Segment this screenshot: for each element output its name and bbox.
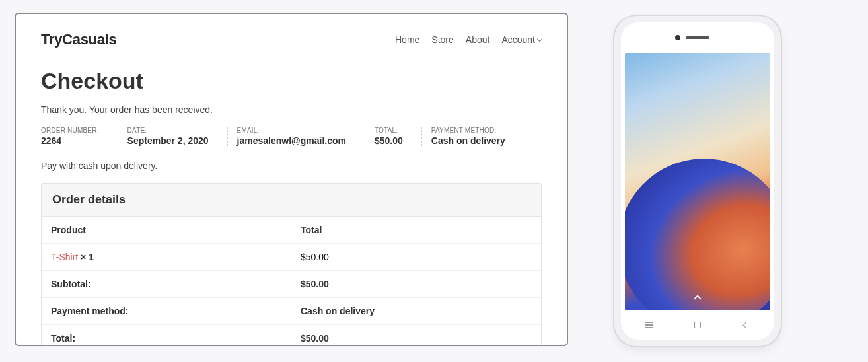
payment-label: Payment method:	[42, 298, 291, 325]
pay-note: Pay with cash upon delivery.	[41, 161, 542, 171]
thankyou-message: Thank you. Your order has been received.	[41, 104, 542, 115]
chevron-up-icon[interactable]	[694, 295, 701, 302]
product-link[interactable]: T-Shirt	[51, 252, 78, 262]
meta-date-label: DATE:	[127, 127, 209, 134]
order-meta: ORDER NUMBER: 2264 DATE: September 2, 20…	[41, 127, 542, 146]
total-value: $50.00	[291, 325, 541, 347]
meta-payment-method-label: PAYMENT METHOD:	[431, 127, 505, 134]
meta-total: TOTAL: $50.00	[375, 127, 422, 146]
meta-date-value: September 2, 2020	[127, 135, 209, 146]
home-icon[interactable]	[693, 320, 702, 330]
nav-account-label: Account	[501, 34, 535, 45]
order-details-panel: Order details Product Total T-Shirt × 1 …	[41, 183, 542, 346]
table-row-total: Total: $50.00	[42, 325, 541, 347]
speaker-icon	[686, 36, 709, 39]
site-title[interactable]: TryCasuals	[41, 31, 116, 48]
subtotal-value: $50.00	[291, 271, 541, 298]
table-row-payment: Payment method: Cash on delivery	[42, 298, 541, 325]
payment-value: Cash on delivery	[291, 298, 541, 325]
meta-order-number-value: 2264	[41, 135, 99, 146]
meta-email-value: jamesalenwl@gmail.com	[237, 135, 346, 146]
table-header-row: Product Total	[42, 217, 541, 244]
back-icon[interactable]	[741, 320, 750, 330]
phone-screen[interactable]	[625, 53, 770, 310]
subtotal-label: Subtotal:	[42, 271, 291, 298]
product-total-cell: $50.00	[291, 244, 541, 271]
meta-payment-method-value: Cash on delivery	[431, 135, 505, 146]
meta-total-value: $50.00	[375, 135, 403, 146]
product-qty: × 1	[78, 252, 94, 262]
meta-email: EMAIL: jamesalenwl@gmail.com	[237, 127, 365, 146]
col-product-header: Product	[42, 217, 291, 244]
meta-email-label: EMAIL:	[237, 127, 346, 134]
nav-account[interactable]: Account	[501, 34, 542, 45]
chevron-down-icon	[537, 36, 542, 42]
total-label: Total:	[42, 325, 291, 347]
menu-icon[interactable]	[645, 320, 654, 330]
table-row-product: T-Shirt × 1 $50.00	[42, 244, 541, 271]
meta-payment-method: PAYMENT METHOD: Cash on delivery	[431, 127, 524, 146]
page-title: Checkout	[41, 68, 542, 94]
meta-order-number-label: ORDER NUMBER:	[41, 127, 99, 134]
meta-total-label: TOTAL:	[375, 127, 403, 134]
nav-home[interactable]: Home	[395, 34, 419, 45]
table-row-subtotal: Subtotal: $50.00	[42, 271, 541, 298]
phone-top-bezel	[621, 22, 774, 53]
col-total-header: Total	[291, 217, 541, 244]
phone-mockup	[614, 16, 781, 346]
checkout-window: TryCasuals Home Store About Account Chec…	[15, 13, 568, 346]
product-cell: T-Shirt × 1	[42, 244, 291, 271]
main-nav: Home Store About Account	[395, 34, 542, 45]
nav-store[interactable]: Store	[431, 34, 453, 45]
camera-icon	[675, 35, 680, 40]
phone-nav-bar	[625, 310, 770, 340]
order-details-table: Product Total T-Shirt × 1 $50.00 Subtota…	[42, 217, 541, 346]
meta-date: DATE: September 2, 2020	[127, 127, 228, 146]
order-details-heading: Order details	[42, 184, 541, 217]
meta-order-number: ORDER NUMBER: 2264	[41, 127, 118, 146]
nav-about[interactable]: About	[466, 34, 490, 45]
phone-inner	[621, 22, 774, 340]
site-header: TryCasuals Home Store About Account	[41, 24, 542, 57]
